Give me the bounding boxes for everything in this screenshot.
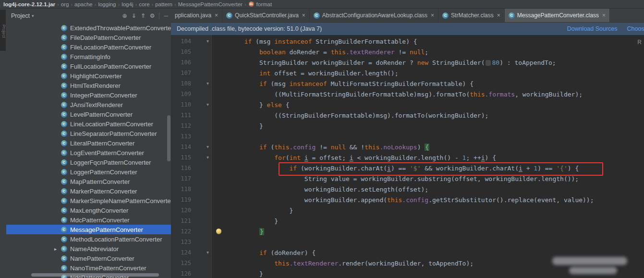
code-line[interactable]: 117 String value = workingBuilder.substr…	[171, 173, 644, 184]
line-number: 126	[171, 270, 195, 277]
code-line[interactable]: 109 ((MultiFormatStringBuilderFormattabl…	[171, 89, 644, 99]
close-icon[interactable]: ×	[431, 12, 434, 19]
project-view-dropdown[interactable]: Project	[11, 12, 30, 19]
fold-marker-icon[interactable]: ▾	[207, 155, 209, 160]
expand-all-icon[interactable]: ⇓	[132, 13, 136, 19]
breadcrumb-item[interactable]: log4j	[122, 1, 133, 7]
breadcrumb-item[interactable]: org	[61, 1, 69, 7]
code-line[interactable]: 123	[171, 237, 644, 247]
tree-item[interactable]: CLoggerFqcnPatternConverter	[6, 157, 171, 167]
fold-marker-icon[interactable]: ▾	[207, 250, 209, 255]
tree-item[interactable]: CExtendedThrowablePatternConverter	[6, 23, 171, 33]
settings-gear-icon[interactable]: ⚙	[150, 13, 155, 19]
tree-item[interactable]: CNanoTimePatternConverter	[6, 263, 171, 273]
tree-item[interactable]: CIntegerPatternConverter	[6, 90, 171, 100]
code-line[interactable]: 120 }	[171, 205, 644, 216]
hide-panel-icon[interactable]: ─	[164, 13, 168, 19]
breadcrumb-item[interactable]: format	[256, 1, 272, 7]
project-tool-window-button[interactable]: Project	[0, 10, 6, 51]
editor-tab[interactable]: CStrMatcher.class×	[438, 9, 505, 22]
tree-item[interactable]: CLoggerPatternConverter	[6, 167, 171, 177]
class-icon: C	[61, 179, 67, 185]
close-icon[interactable]: ×	[302, 12, 305, 19]
code-line[interactable]: 121 }	[171, 216, 644, 226]
tree-item[interactable]: CMessagePatternConverter	[6, 225, 171, 234]
tree-item[interactable]: CFileDatePatternConverter	[6, 33, 171, 42]
code-text: StringBuilder workingBuilder = doRender …	[214, 59, 556, 66]
tree-item[interactable]: CNamePatternConverter	[6, 254, 171, 263]
gutter-cell: ▾	[195, 81, 211, 86]
breadcrumb-separator-icon: ›	[95, 1, 97, 7]
tree-item[interactable]: CFileLocationPatternConverter	[6, 42, 171, 52]
tree-item[interactable]: CLevelPatternConverter	[6, 109, 171, 119]
tree-item-label: JAnsiTextRenderer	[70, 101, 123, 109]
code-line[interactable]: 113	[171, 131, 644, 142]
editor-tab[interactable]: CQuickStartController.java×	[222, 9, 310, 22]
code-line[interactable]: 122 }	[171, 226, 644, 237]
editor-tab[interactable]: CMessagePatternConverter.class×	[505, 9, 610, 22]
breadcrumb-item[interactable]: core	[139, 1, 149, 7]
tree-item[interactable]: CLineSeparatorPatternConverter	[6, 129, 171, 138]
line-number: 112	[171, 122, 195, 129]
tree-vertical-scrollbar[interactable]	[167, 115, 170, 161]
intention-bulb-icon[interactable]	[216, 229, 221, 234]
tree-item-label: LineSeparatorPatternConverter	[70, 130, 157, 137]
breadcrumb-item[interactable]: pattern	[155, 1, 172, 7]
tree-item[interactable]: CLineLocationPatternConverter	[6, 119, 171, 129]
fold-marker-icon[interactable]: ▾	[207, 145, 209, 149]
breadcrumb-item[interactable]: logging	[98, 1, 116, 7]
code-line[interactable]: 107 int offset = workingBuilder.length()…	[171, 68, 644, 78]
code-editor[interactable]: 104▾ if (msg instanceof StringBuilderFor…	[171, 35, 644, 278]
download-sources-link[interactable]: Download Sources	[567, 25, 618, 32]
tree-item[interactable]: CLogEventPatternConverter	[6, 148, 171, 157]
chevron-right-icon[interactable]: ▸	[54, 246, 61, 252]
code-text: String value = workingBuilder.substring(…	[214, 175, 579, 182]
fold-marker-icon[interactable]: ▾	[207, 102, 209, 107]
tree-item[interactable]: CJAnsiTextRenderer	[6, 100, 171, 109]
breadcrumb-item[interactable]: MessagePatternConverter	[178, 1, 243, 7]
tree-item[interactable]: CFullLocationPatternConverter	[6, 61, 171, 71]
code-line[interactable]: 110▾ } else {	[171, 99, 644, 110]
code-text: if (msg instanceof StringBuilderFormatta…	[214, 38, 417, 45]
tree-horizontal-scrollbar[interactable]	[31, 273, 159, 277]
tree-item-label: LevelPatternConverter	[70, 111, 133, 118]
tree-item[interactable]: CMarkerPatternConverter	[6, 186, 171, 196]
code-line[interactable]: 104▾ if (msg instanceof StringBuilderFor…	[171, 36, 644, 47]
tree-item[interactable]: ▸CNameAbbreviator	[6, 244, 171, 254]
breadcrumb-separator-icon: ›	[152, 1, 154, 7]
breadcrumb-item[interactable]: apache	[74, 1, 93, 7]
breadcrumb-item[interactable]: log4j-core-2.12.1.jar	[3, 1, 55, 7]
code-line[interactable]: 116 if (workingBuilder.charAt(i) == '$' …	[171, 163, 644, 173]
close-icon[interactable]: ×	[215, 12, 218, 19]
code-line[interactable]: 112 }	[171, 121, 644, 131]
code-line[interactable]: 111 ((StringBuilderFormattable)msg).form…	[171, 110, 644, 121]
tree-item[interactable]: CMaxLengthConverter	[6, 205, 171, 215]
locate-icon[interactable]: ⊕	[122, 13, 127, 19]
code-line[interactable]: 119 workingBuilder.append(this.config.ge…	[171, 194, 644, 205]
code-line[interactable]: 114▾ if (this.config != null && !this.no…	[171, 142, 644, 152]
code-line[interactable]: 108▾ if (msg instanceof MultiFormatStrin…	[171, 78, 644, 89]
tree-item[interactable]: CMapPatternConverter	[6, 177, 171, 186]
code-line[interactable]: 105 boolean doRender = this.textRenderer…	[171, 47, 644, 57]
tree-item[interactable]: CLiteralPatternConverter	[6, 138, 171, 148]
code-line[interactable]: 106 StringBuilder workingBuilder = doRen…	[171, 57, 644, 68]
tree-item[interactable]: CHighlightConverter	[6, 71, 171, 81]
editor-tab[interactable]: pplication.java×	[171, 9, 222, 22]
tree-item[interactable]: CMdcPatternConverter	[6, 215, 171, 225]
editor-tab[interactable]: CAbstractConfigurationAwareLookup.class×	[310, 9, 438, 22]
close-icon[interactable]: ×	[602, 12, 606, 19]
fold-marker-icon[interactable]: ▾	[207, 81, 209, 86]
close-icon[interactable]: ×	[497, 12, 500, 19]
code-line[interactable]: 115▾ for(int i = offset; i < workingBuil…	[171, 152, 644, 163]
collapse-all-icon[interactable]: ⇑	[141, 13, 146, 19]
tree-item[interactable]: CFormattingInfo	[6, 52, 171, 61]
choose-sources-link[interactable]: Choose Sources	[627, 25, 644, 32]
tree-item[interactable]: CMethodLocationPatternConverter	[6, 234, 171, 244]
tree-item[interactable]: CHtmlTextRenderer	[6, 81, 171, 90]
code-line[interactable]: 118 workingBuilder.setLength(offset);	[171, 184, 644, 194]
tree-item[interactable]: CMarkerSimpleNamePatternConverter	[6, 196, 171, 205]
tree-item-label: MethodLocationPatternConverter	[70, 236, 162, 243]
code-line[interactable]: 124▾ if (doRender) {	[171, 247, 644, 258]
fold-marker-icon[interactable]: ▾	[207, 39, 209, 44]
code-text: if (workingBuilder.charAt(i) == '$' && w…	[214, 165, 579, 172]
